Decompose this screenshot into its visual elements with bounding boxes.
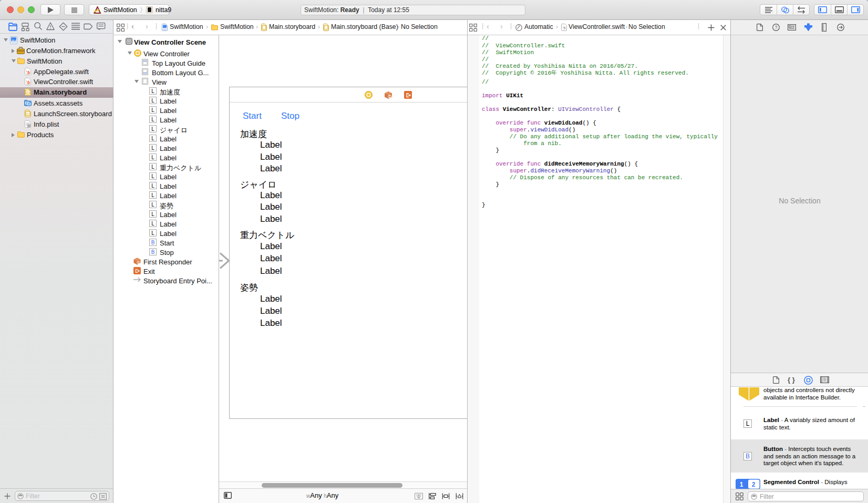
svg-text:1: 1	[138, 261, 139, 264]
svg-text:1: 1	[389, 95, 391, 98]
svg-text:1: 1	[740, 481, 743, 488]
svg-text:?: ?	[774, 25, 777, 30]
svg-text:2: 2	[752, 481, 756, 488]
